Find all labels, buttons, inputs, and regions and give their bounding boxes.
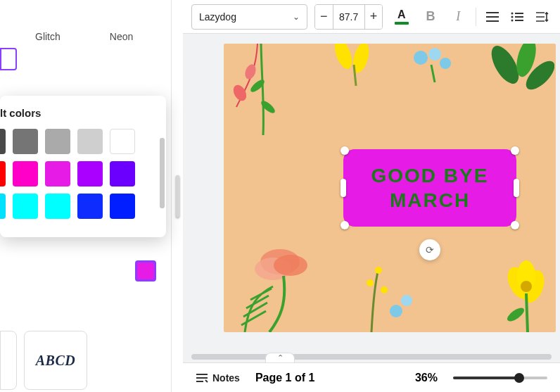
- resize-handle-tr[interactable]: [511, 146, 519, 155]
- flower-decoration: [231, 227, 343, 332]
- color-swatch[interactable]: [77, 129, 103, 154]
- svg-point-20: [381, 286, 388, 293]
- svg-point-9: [414, 51, 428, 65]
- svg-point-1: [511, 15, 514, 18]
- color-section-title: lt colors: [0, 107, 158, 119]
- font-size-input[interactable]: [333, 5, 364, 29]
- color-popover: lt colors: [0, 96, 166, 237]
- text-color-button[interactable]: A: [390, 4, 413, 30]
- svg-point-6: [260, 99, 277, 115]
- resize-handle-left[interactable]: [341, 179, 346, 197]
- svg-point-4: [243, 63, 258, 80]
- notes-icon: [196, 373, 208, 383]
- svg-point-2: [511, 19, 514, 21]
- svg-point-7: [331, 44, 355, 71]
- page-indicator[interactable]: Page 1 of 1: [255, 372, 314, 384]
- color-swatch[interactable]: [45, 161, 70, 186]
- notes-label: Notes: [212, 372, 240, 384]
- style-preview[interactable]: [0, 48, 17, 70]
- tab-neon[interactable]: Neon: [110, 31, 133, 42]
- color-swatch[interactable]: [77, 161, 103, 186]
- svg-point-18: [375, 267, 382, 274]
- leaf-decoration: [484, 44, 554, 114]
- svg-point-26: [521, 281, 532, 292]
- spacing-button[interactable]: [533, 4, 552, 30]
- increase-font-button[interactable]: +: [364, 5, 383, 29]
- zoom-slider-knob[interactable]: [514, 373, 524, 383]
- text-color-swatch: [395, 22, 409, 25]
- selected-text-element[interactable]: GOOD BYE MARCH ⟳: [343, 149, 516, 227]
- resize-handle-bl[interactable]: [341, 221, 349, 229]
- color-swatch[interactable]: [0, 194, 6, 219]
- zoom-percent[interactable]: 36%: [415, 372, 438, 384]
- resize-handle-right[interactable]: [514, 179, 519, 197]
- style-cards: ABCD: [0, 331, 87, 390]
- font-name-label: Lazydog: [199, 11, 236, 23]
- text-line-1: GOOD BYE: [371, 163, 489, 188]
- toolbar-divider: [476, 8, 476, 26]
- color-swatch[interactable]: [110, 129, 135, 154]
- color-swatch[interactable]: [77, 194, 103, 219]
- svg-point-19: [367, 279, 374, 286]
- color-swatch[interactable]: [13, 129, 38, 154]
- panel-resizer[interactable]: [172, 0, 183, 392]
- font-size-stepper: − +: [314, 4, 383, 30]
- side-panel: Glitch Neon lt colors ABCD: [0, 0, 172, 392]
- collapse-page-button[interactable]: ⌃: [265, 353, 295, 362]
- bottom-bar: Notes Page 1 of 1 36%: [183, 362, 560, 392]
- resize-handle-tl[interactable]: [341, 146, 349, 155]
- color-swatch-grid: [0, 129, 158, 219]
- italic-button[interactable]: I: [448, 4, 469, 30]
- flower-decoration: [407, 44, 463, 82]
- chevron-down-icon: ⌄: [293, 12, 300, 22]
- text-line-2: MARCH: [390, 188, 470, 213]
- text-toolbar: Lazydog ⌄ − + A B I: [183, 0, 560, 34]
- decrease-font-button[interactable]: −: [315, 5, 333, 29]
- color-swatch[interactable]: [110, 194, 135, 219]
- bold-button[interactable]: B: [420, 4, 440, 30]
- flower-decoration: [477, 255, 556, 332]
- design-canvas[interactable]: GOOD BYE MARCH ⟳: [224, 44, 556, 332]
- bullet-list-button[interactable]: [509, 4, 527, 30]
- resize-handle-br[interactable]: [511, 221, 519, 229]
- svg-point-10: [428, 48, 441, 61]
- color-swatch[interactable]: [0, 161, 6, 186]
- selected-color-indicator[interactable]: [135, 260, 156, 282]
- svg-point-21: [390, 305, 402, 317]
- flower-decoration: [229, 44, 293, 142]
- text-color-letter: A: [397, 9, 406, 20]
- zoom-slider[interactable]: [453, 377, 547, 379]
- canvas-horizontal-scrollbar[interactable]: [191, 354, 552, 360]
- color-swatch[interactable]: [45, 194, 70, 219]
- color-swatch[interactable]: [13, 161, 38, 186]
- flower-decoration: [343, 262, 428, 332]
- color-swatch[interactable]: [0, 129, 6, 154]
- svg-point-27: [505, 305, 526, 324]
- style-card[interactable]: [0, 331, 17, 390]
- color-swatch[interactable]: [110, 161, 135, 186]
- text-content[interactable]: GOOD BYE MARCH: [343, 149, 516, 227]
- align-button[interactable]: [483, 4, 502, 30]
- rotate-handle[interactable]: ⟳: [419, 239, 440, 260]
- canvas-area: GOOD BYE MARCH ⟳: [183, 34, 560, 362]
- card-label: ABCD: [36, 353, 75, 369]
- notes-button[interactable]: Notes: [196, 372, 240, 384]
- color-swatch[interactable]: [45, 129, 70, 154]
- svg-point-11: [440, 58, 451, 69]
- flower-decoration: [322, 44, 393, 86]
- color-swatch[interactable]: [13, 194, 38, 219]
- svg-point-17: [274, 255, 307, 276]
- svg-point-0: [511, 12, 514, 14]
- popover-scrollbar[interactable]: [160, 138, 165, 208]
- tab-glitch[interactable]: Glitch: [35, 31, 61, 42]
- svg-point-22: [401, 295, 412, 306]
- font-family-select[interactable]: Lazydog ⌄: [191, 4, 307, 30]
- style-card-abcd[interactable]: ABCD: [24, 331, 87, 390]
- effect-tabs: Glitch Neon: [35, 31, 133, 42]
